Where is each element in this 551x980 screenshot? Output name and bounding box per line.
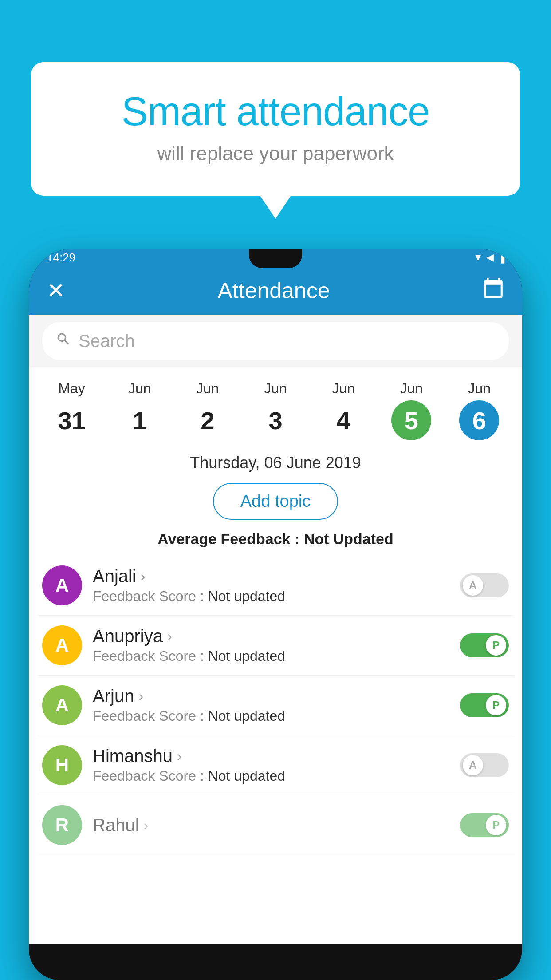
- student-name-anupriya: Anupriya ›: [93, 626, 449, 646]
- toggle-anjali[interactable]: A: [460, 573, 509, 597]
- phone-notch: [249, 249, 302, 268]
- cal-item-jun1[interactable]: Jun 1: [120, 380, 160, 440]
- battery-icon: ▐: [497, 252, 504, 263]
- student-item-arjun[interactable]: A Arjun › Feedback Score : Not updated P: [38, 676, 513, 735]
- student-info-rahul: Rahul ›: [93, 815, 449, 835]
- wifi-icon: ▼: [473, 252, 483, 263]
- toggle-himanshu[interactable]: A: [460, 753, 509, 777]
- signal-icon: ◀: [486, 252, 494, 263]
- avg-feedback-value: Not Updated: [304, 530, 394, 547]
- student-feedback-himanshu: Feedback Score : Not updated: [93, 768, 449, 784]
- avg-feedback-label: Average Feedback :: [157, 530, 303, 547]
- student-info-arjun: Arjun › Feedback Score : Not updated: [93, 686, 449, 724]
- add-topic-container: Add topic: [29, 478, 522, 528]
- bubble-subtext: will replace your paperwork: [67, 142, 484, 165]
- student-name-himanshu: Himanshu ›: [93, 746, 449, 766]
- cal-item-jun4[interactable]: Jun 4: [323, 380, 363, 440]
- search-icon: [55, 331, 71, 351]
- phone-frame: 14:29 ▼ ◀ ▐ ✕ Attendance: [29, 249, 522, 980]
- chevron-right-icon: ›: [177, 748, 182, 764]
- app-bar: ✕ Attendance: [29, 266, 522, 315]
- toggle-arjun[interactable]: P: [460, 693, 509, 717]
- status-icons: ▼ ◀ ▐: [473, 252, 504, 263]
- toggle-anupriya[interactable]: P: [460, 633, 509, 657]
- student-info-himanshu: Himanshu › Feedback Score : Not updated: [93, 746, 449, 784]
- cal-item-jun3[interactable]: Jun 3: [256, 380, 295, 440]
- speech-bubble: Smart attendance will replace your paper…: [31, 62, 520, 196]
- background: Smart attendance will replace your paper…: [0, 0, 551, 980]
- student-item-himanshu[interactable]: H Himanshu › Feedback Score : Not update…: [38, 735, 513, 795]
- student-info-anjali: Anjali › Feedback Score : Not updated: [93, 566, 449, 605]
- cal-item-jun2[interactable]: Jun 2: [188, 380, 228, 440]
- status-time: 14:29: [47, 251, 75, 265]
- chevron-right-icon: ›: [138, 688, 143, 704]
- cal-item-may31[interactable]: May 31: [52, 380, 92, 440]
- avatar-arjun: A: [42, 685, 82, 725]
- app-bar-title: Attendance: [218, 278, 330, 304]
- student-item-anupriya[interactable]: A Anupriya › Feedback Score : Not update…: [38, 616, 513, 676]
- student-name-rahul: Rahul ›: [93, 815, 449, 835]
- cal-item-jun6[interactable]: Jun 6: [459, 380, 499, 440]
- chevron-right-icon: ›: [144, 817, 149, 834]
- student-item-rahul[interactable]: R Rahul › P: [38, 795, 513, 855]
- close-button[interactable]: ✕: [47, 278, 65, 304]
- avatar-anjali: A: [42, 565, 82, 605]
- bubble-heading: Smart attendance: [67, 89, 484, 134]
- student-item-anjali[interactable]: A Anjali › Feedback Score : Not updated …: [38, 556, 513, 616]
- student-name-anjali: Anjali ›: [93, 566, 449, 586]
- student-info-anupriya: Anupriya › Feedback Score : Not updated: [93, 626, 449, 664]
- chevron-right-icon: ›: [141, 568, 146, 585]
- speech-bubble-container: Smart attendance will replace your paper…: [31, 62, 520, 196]
- add-topic-button[interactable]: Add topic: [213, 483, 338, 520]
- student-list: A Anjali › Feedback Score : Not updated …: [29, 556, 522, 855]
- search-input[interactable]: Search: [79, 331, 135, 351]
- phone-content: Search May 31 Jun 1 Jun 2 Jun: [29, 315, 522, 944]
- student-feedback-arjun: Feedback Score : Not updated: [93, 708, 449, 724]
- avatar-himanshu: H: [42, 745, 82, 785]
- calendar-row: May 31 Jun 1 Jun 2 Jun 3 Jun 4: [29, 367, 522, 445]
- student-name-arjun: Arjun ›: [93, 686, 449, 706]
- search-bar-container: Search: [29, 315, 522, 367]
- avg-feedback: Average Feedback : Not Updated: [29, 528, 522, 556]
- chevron-right-icon: ›: [167, 628, 172, 644]
- cal-item-jun5[interactable]: Jun 5: [391, 380, 431, 440]
- avatar-rahul: R: [42, 805, 82, 845]
- search-bar[interactable]: Search: [42, 322, 509, 360]
- avatar-anupriya: A: [42, 625, 82, 665]
- toggle-rahul[interactable]: P: [460, 813, 509, 837]
- student-feedback-anupriya: Feedback Score : Not updated: [93, 648, 449, 664]
- calendar-icon[interactable]: [482, 277, 504, 304]
- student-feedback-anjali: Feedback Score : Not updated: [93, 588, 449, 605]
- selected-date: Thursday, 06 June 2019: [29, 445, 522, 478]
